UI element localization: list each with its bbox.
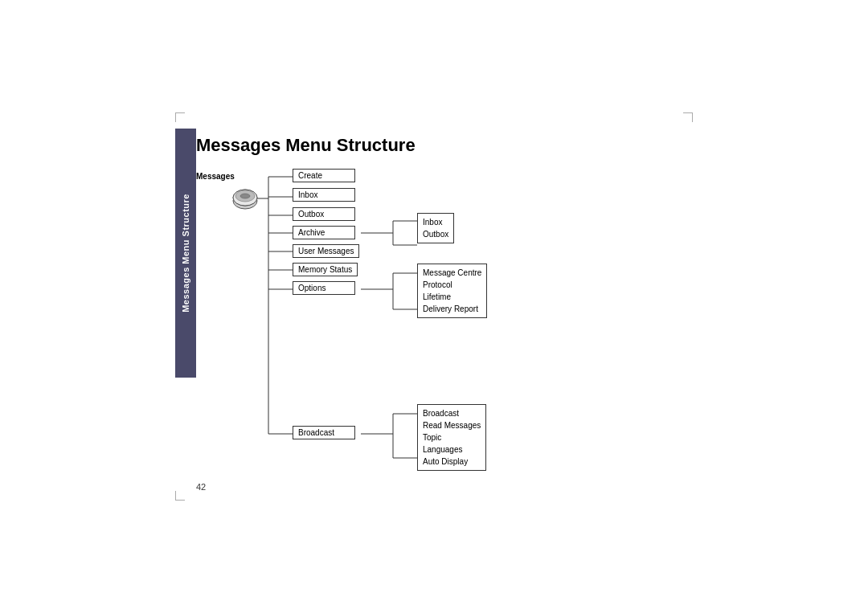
menu-item-options: Options <box>293 281 355 295</box>
page-title: Messages Menu Structure <box>196 129 693 156</box>
menu-item-create: Create <box>293 169 355 182</box>
archive-sub-items: Inbox Outbox <box>417 213 454 243</box>
sidebar-tab-label: Messages Menu Structure <box>181 194 190 313</box>
main-content: Messages Menu Structure <box>196 129 693 501</box>
broadcast-sub-languages: Languages <box>423 443 481 456</box>
menu-item-user-messages: User Messages <box>293 244 359 258</box>
messages-label: Messages <box>196 172 235 181</box>
archive-sub-inbox: Inbox <box>423 216 448 228</box>
menu-item-memory-status: Memory Status <box>293 263 358 276</box>
broadcast-sub-read-messages: Read Messages <box>423 419 481 431</box>
device-icon <box>230 183 260 215</box>
svg-point-26 <box>240 194 250 198</box>
options-sub-items: Message Centre Protocol Lifetime Deliver… <box>417 264 487 318</box>
menu-item-archive: Archive <box>293 226 355 239</box>
broadcast-sub-auto-display: Auto Display <box>423 456 481 468</box>
broadcast-sub-items: Broadcast Read Messages Topic Languages … <box>417 404 486 471</box>
options-sub-lifetime: Lifetime <box>423 291 481 303</box>
broadcast-sub-topic: Topic <box>423 431 481 443</box>
options-sub-delivery-report: Delivery Report <box>423 303 481 315</box>
options-sub-protocol: Protocol <box>423 279 481 291</box>
archive-sub-outbox: Outbox <box>423 228 448 240</box>
menu-item-outbox: Outbox <box>293 207 355 221</box>
menu-item-broadcast: Broadcast <box>293 426 355 439</box>
corner-mark-tr <box>683 112 693 122</box>
menu-item-inbox: Inbox <box>293 188 355 202</box>
corner-mark-bl <box>175 491 185 501</box>
diagram: Messages Create Inbox Outbox Ar <box>196 169 693 490</box>
corner-mark-tl <box>175 112 185 122</box>
sidebar-tab: Messages Menu Structure <box>175 129 196 378</box>
broadcast-sub-broadcast: Broadcast <box>423 407 481 419</box>
options-sub-message-centre: Message Centre <box>423 267 481 279</box>
